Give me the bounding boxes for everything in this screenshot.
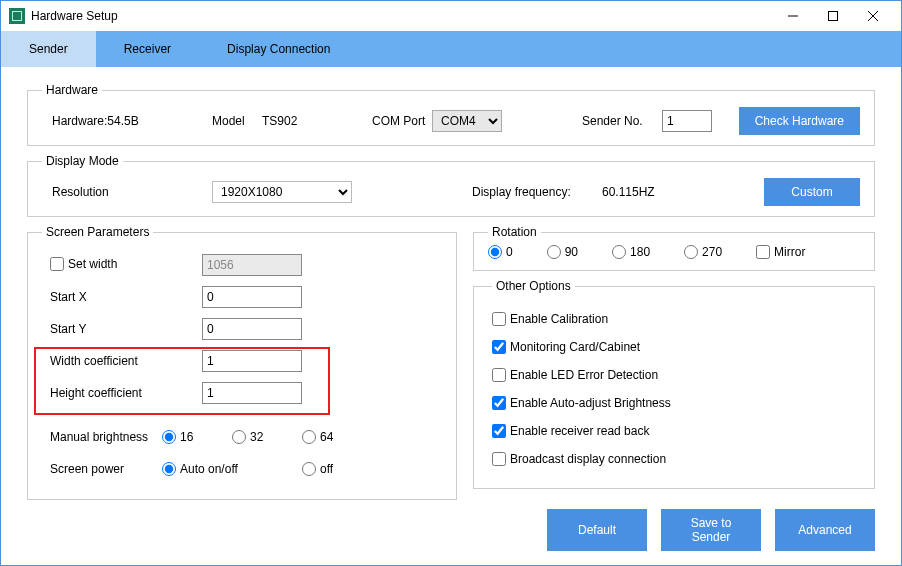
rotation-0-radio[interactable]: 0 — [488, 245, 513, 259]
rotation-group: Rotation 0 90 180 270 Mirror — [473, 225, 875, 271]
mirror-checkbox[interactable]: Mirror — [756, 245, 805, 259]
display-frequency-label: Display frequency: — [472, 185, 602, 199]
screen-power-label: Screen power — [42, 462, 162, 476]
monitoring-card-checkbox[interactable]: Monitoring Card/Cabinet — [492, 333, 856, 361]
rotation-legend: Rotation — [488, 225, 541, 239]
maximize-button[interactable] — [813, 2, 853, 30]
height-coef-label: Height coefficient — [42, 386, 202, 400]
receiver-read-back-checkbox[interactable]: Enable receiver read back — [492, 417, 856, 445]
start-x-label: Start X — [42, 290, 202, 304]
hardware-legend: Hardware — [42, 83, 102, 97]
sender-no-label: Sender No. — [582, 114, 662, 128]
sender-no-input[interactable] — [662, 110, 712, 132]
app-icon — [9, 8, 25, 24]
save-to-sender-button[interactable]: Save to Sender — [661, 509, 761, 551]
hardware-group: Hardware Hardware:54.5B Model TS902 COM … — [27, 83, 875, 146]
svg-rect-1 — [829, 12, 838, 21]
window-title: Hardware Setup — [31, 9, 773, 23]
broadcast-display-checkbox[interactable]: Broadcast display connection — [492, 445, 856, 473]
brightness-64-radio[interactable]: 64 — [302, 430, 372, 444]
com-port-label: COM Port — [372, 114, 432, 128]
rotation-270-radio[interactable]: 270 — [684, 245, 722, 259]
advanced-button[interactable]: Advanced — [775, 509, 875, 551]
resolution-label: Resolution — [42, 185, 212, 199]
set-width-checkbox[interactable]: Set width — [50, 257, 117, 271]
rotation-180-radio[interactable]: 180 — [612, 245, 650, 259]
start-y-label: Start Y — [42, 322, 202, 336]
check-hardware-button[interactable]: Check Hardware — [739, 107, 860, 135]
enable-calibration-checkbox[interactable]: Enable Calibration — [492, 305, 856, 333]
custom-button[interactable]: Custom — [764, 178, 860, 206]
titlebar: Hardware Setup — [1, 1, 901, 31]
default-button[interactable]: Default — [547, 509, 647, 551]
width-coef-label: Width coefficient — [42, 354, 202, 368]
tab-sender[interactable]: Sender — [1, 31, 96, 67]
width-coef-input[interactable] — [202, 350, 302, 372]
power-auto-radio[interactable]: Auto on/off — [162, 462, 302, 476]
other-options-legend: Other Options — [492, 279, 575, 293]
close-button[interactable] — [853, 2, 893, 30]
tab-display-connection[interactable]: Display Connection — [199, 31, 358, 67]
tab-bar: Sender Receiver Display Connection — [1, 31, 901, 67]
display-mode-legend: Display Mode — [42, 154, 123, 168]
start-x-input[interactable] — [202, 286, 302, 308]
display-frequency-value: 60.115HZ — [602, 185, 702, 199]
model-value: TS902 — [262, 114, 372, 128]
manual-brightness-label: Manual brightness — [42, 430, 162, 444]
auto-adjust-brightness-checkbox[interactable]: Enable Auto-adjust Brightness — [492, 389, 856, 417]
rotation-90-radio[interactable]: 90 — [547, 245, 578, 259]
resolution-select[interactable]: 1920X1080 — [212, 181, 352, 203]
led-error-detection-checkbox[interactable]: Enable LED Error Detection — [492, 361, 856, 389]
set-width-input — [202, 254, 302, 276]
minimize-button[interactable] — [773, 2, 813, 30]
model-label: Model — [212, 114, 262, 128]
screen-parameters-group: Screen Parameters Set width Start X Star… — [27, 225, 457, 500]
com-port-select[interactable]: COM4 — [432, 110, 502, 132]
tab-receiver[interactable]: Receiver — [96, 31, 199, 67]
power-off-radio[interactable]: off — [302, 462, 372, 476]
other-options-group: Other Options Enable Calibration Monitor… — [473, 279, 875, 489]
display-mode-group: Display Mode Resolution 1920X1080 Displa… — [27, 154, 875, 217]
screen-parameters-legend: Screen Parameters — [42, 225, 153, 239]
start-y-input[interactable] — [202, 318, 302, 340]
hardware-version: Hardware:54.5B — [42, 114, 212, 128]
brightness-32-radio[interactable]: 32 — [232, 430, 302, 444]
brightness-16-radio[interactable]: 16 — [162, 430, 232, 444]
height-coef-input[interactable] — [202, 382, 302, 404]
